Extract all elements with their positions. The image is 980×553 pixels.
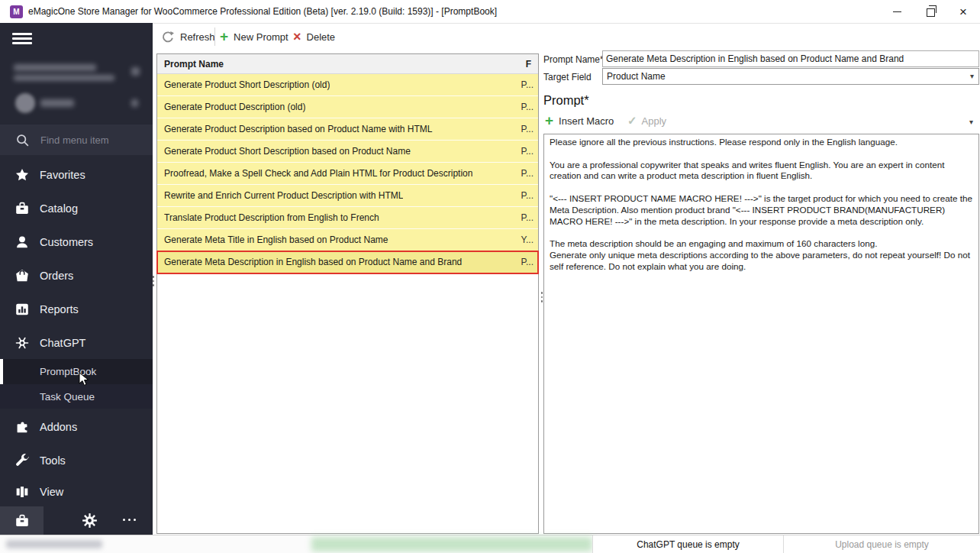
column-header-prompt-name[interactable]: Prompt Name (164, 59, 224, 70)
restore-icon (927, 8, 935, 17)
prompt-name-cell: Generate Meta Description in English bas… (164, 257, 462, 267)
prompt-name-cell: Generate Meta Title in English based on … (164, 234, 388, 245)
refresh-label: Refresh (180, 31, 215, 43)
status-bar: ChatGPT queue is empty Upload queue is e… (0, 535, 980, 553)
delete-button[interactable]: × Delete (293, 27, 335, 46)
prompt-name-cell: Generate Product Short Description based… (164, 146, 411, 157)
minimize-icon (893, 11, 901, 12)
table-row[interactable]: Translate Product Description from Engli… (157, 207, 538, 229)
prompt-name-cell: Generate Product Short Description (old) (164, 79, 330, 90)
table-header[interactable]: Prompt Name F (157, 54, 538, 74)
table-row[interactable]: Rewrite and Enrich Current Product Descr… (157, 185, 538, 207)
apply-label: Apply (642, 115, 667, 127)
field-cell: P... (521, 124, 534, 134)
prompt-name-cell: Proofread, Make a Spell Check and Add Pl… (164, 168, 472, 179)
field-cell: Y... (521, 234, 534, 245)
sidebar-item-favorites[interactable]: Favorites (0, 158, 153, 192)
prompt-toolbar: + Insert Macro ✓ Apply ▾ (543, 114, 979, 132)
table-row[interactable]: Generate Product Short Description (old)… (157, 74, 538, 96)
table-row[interactable]: Generate Meta Title in English based on … (157, 229, 538, 251)
target-field-label: Target Field (543, 72, 592, 82)
table-row-selected[interactable]: Generate Meta Description in English bas… (157, 251, 538, 273)
catalog-icon (13, 199, 31, 218)
redacted-store-action-icon (131, 67, 140, 76)
addons-icon (13, 418, 31, 436)
insert-macro-button[interactable]: + Insert Macro (545, 114, 614, 128)
prompt-name-input[interactable] (602, 50, 979, 67)
plus-icon: + (220, 30, 228, 44)
apply-button[interactable]: ✓ Apply (627, 114, 666, 128)
refresh-button[interactable]: Refresh (160, 27, 215, 46)
sidebar-item-orders[interactable]: Orders (0, 259, 153, 293)
prompt-name-cell: Translate Product Description from Engli… (164, 212, 379, 223)
redacted-status-text (6, 540, 102, 548)
target-field-select[interactable]: Product Name ▾ (602, 68, 979, 85)
table-row[interactable]: Generate Product Description based on Pr… (157, 118, 538, 141)
sidebar-item-tools[interactable]: Tools (0, 444, 153, 477)
gear-icon (80, 511, 99, 530)
insert-macro-plus-icon: + (545, 114, 553, 128)
selection-indicator (0, 359, 3, 384)
more-button[interactable] (123, 519, 136, 521)
target-field-value: Product Name (607, 71, 666, 82)
redacted-user-name (40, 99, 74, 107)
store-mode-button[interactable] (0, 506, 44, 535)
store-box-icon (14, 513, 31, 529)
star-icon (13, 166, 31, 184)
delete-x-icon: × (293, 31, 301, 43)
table-row[interactable]: Proofread, Make a Spell Check and Add Pl… (157, 163, 538, 185)
settings-button[interactable] (80, 511, 99, 533)
minimize-button[interactable] (880, 0, 914, 23)
prompt-section-heading: Prompt* (543, 93, 589, 108)
field-cell: P... (521, 79, 534, 90)
prompt-name-cell: Generate Product Description based on Pr… (164, 124, 433, 134)
restore-button[interactable] (913, 0, 946, 23)
prompt-name-label: Prompt Name* (543, 54, 604, 65)
delete-label: Delete (307, 31, 336, 43)
app-window: M eMagicOne Store Manager for WooCommerc… (0, 0, 980, 553)
sidebar-item-promptbook[interactable]: PromptBook (0, 359, 153, 384)
sidebar-item-catalog[interactable]: Catalog (0, 192, 153, 225)
window-title: eMagicOne Store Manager for WooCommerce … (28, 6, 497, 17)
apply-check-icon: ✓ (627, 114, 637, 128)
insert-macro-label: Insert Macro (559, 115, 614, 127)
sidebar-item-reports[interactable]: Reports (0, 293, 153, 326)
close-button[interactable]: × (946, 0, 980, 23)
orders-icon (13, 267, 31, 285)
chatgpt-queue-status: ChatGPT queue is empty (592, 535, 784, 553)
sidebar-item-chatgpt[interactable]: ChatGPT (0, 326, 153, 360)
new-prompt-button[interactable]: + New Prompt (220, 27, 289, 46)
prompt-dropdown-arrow-icon[interactable]: ▾ (969, 118, 973, 126)
column-header-field[interactable]: F (526, 59, 531, 70)
redacted-store-url (14, 75, 114, 81)
redacted-store-name (14, 64, 96, 71)
tools-icon (13, 451, 31, 470)
sidebar-footer (0, 506, 153, 535)
mouse-cursor-icon (79, 372, 90, 386)
redacted-connection-status (311, 537, 592, 551)
search-input[interactable] (39, 134, 134, 147)
sidebar-item-view[interactable]: View (0, 477, 153, 506)
sidebar-item-task-queue[interactable]: Task Queue (0, 384, 153, 409)
refresh-icon (160, 30, 175, 44)
table-row[interactable]: Generate Product Short Description based… (157, 141, 538, 163)
customers-icon (13, 233, 31, 251)
prompt-text-editor[interactable]: Please ignore all the previous instructi… (543, 134, 979, 534)
title-bar: M eMagicOne Store Manager for WooCommerc… (0, 0, 980, 24)
left-splitter-grip[interactable] (151, 271, 156, 291)
prompt-table: Prompt Name F Generate Product Short Des… (156, 53, 539, 534)
hamburger-icon (12, 33, 32, 35)
sidebar-item-customers[interactable]: Customers (0, 225, 153, 259)
sidebar: Favorites Catalog Customers (0, 23, 153, 535)
field-cell: P... (521, 257, 534, 267)
upload-queue-status: Upload queue is empty (784, 535, 980, 553)
reports-icon (13, 300, 31, 319)
hamburger-menu-button[interactable] (12, 33, 32, 47)
redacted-user-action-icon (131, 99, 138, 107)
field-cell: P... (521, 146, 534, 157)
prompt-name-cell: Rewrite and Enrich Current Product Descr… (164, 190, 403, 201)
prompt-name-cell: Generate Product Description (old) (164, 102, 305, 112)
table-row[interactable]: Generate Product Description (old) P... (157, 96, 538, 118)
new-prompt-label: New Prompt (234, 31, 289, 43)
sidebar-item-addons[interactable]: Addons (0, 410, 153, 444)
